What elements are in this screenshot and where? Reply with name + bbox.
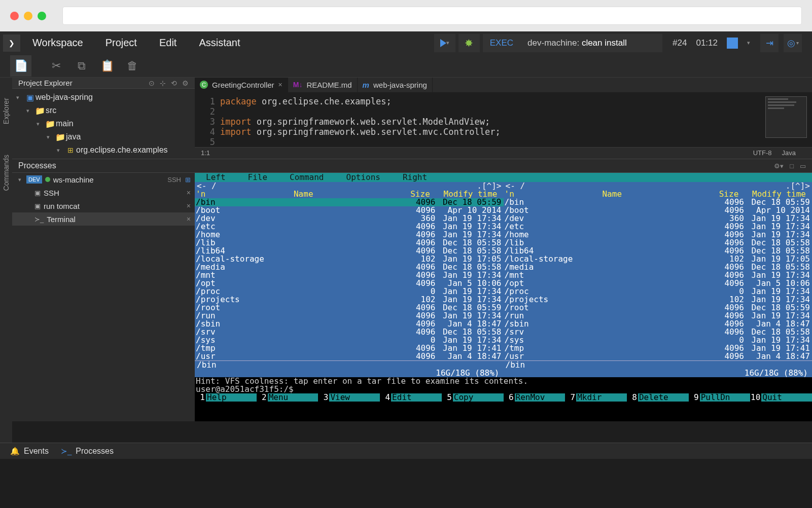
tab-greeting-controller[interactable]: C GreetingController ×: [195, 78, 288, 92]
language: Java: [782, 149, 796, 157]
processes-maximize-icon[interactable]: □: [790, 162, 794, 170]
menu-assistant[interactable]: Assistant: [190, 33, 249, 53]
new-file-button[interactable]: 📄: [10, 55, 31, 77]
delete-button[interactable]: 🗑: [122, 55, 143, 77]
run-id: #24: [673, 38, 687, 48]
markdown-icon: M↓: [293, 81, 303, 89]
new-file-icon: 📄: [14, 59, 28, 72]
processes-settings-icon[interactable]: ⚙▾: [774, 162, 784, 170]
tree-package[interactable]: ▾⊞org.eclipse.che.examples: [12, 143, 195, 157]
paste-button[interactable]: 📋: [96, 55, 118, 77]
gear-icon[interactable]: ⚙: [182, 79, 189, 87]
mc-key-help[interactable]: 1Help: [195, 393, 257, 402]
mc-key-edit[interactable]: 4Edit: [380, 393, 442, 402]
exec-command-box[interactable]: EXEC dev-machine: clean install: [483, 34, 662, 52]
mc-key-renmov[interactable]: 6RenMov: [504, 393, 566, 402]
maximize-window-button[interactable]: [38, 12, 46, 20]
run-dropdown[interactable]: ▾: [747, 40, 750, 46]
encoding: UTF-8: [753, 149, 772, 157]
tree-java[interactable]: ▾📁java: [12, 130, 195, 143]
mc-row[interactable]: /usr4096Jan 4 18:47: [195, 352, 504, 360]
processes-header: Processes ⚙▾ □ ▭: [12, 159, 812, 173]
browser-chrome: [0, 0, 812, 31]
debug-button[interactable]: ✸: [458, 34, 480, 52]
proc-machine[interactable]: ▾ DEV ws-machine SSH⊞: [12, 173, 195, 186]
code-editor[interactable]: 12345 package org.eclipse.che.examples; …: [195, 92, 812, 147]
tab-readme[interactable]: M↓ README.md: [288, 78, 358, 92]
copy-icon: ⧉: [78, 59, 86, 72]
terminal-icon: ▣: [34, 189, 41, 197]
class-icon: C: [200, 81, 208, 89]
folder-icon: 📁: [55, 132, 66, 142]
refresh-icon[interactable]: ⟲: [171, 79, 177, 87]
scissors-icon: ✂: [52, 59, 61, 72]
new-terminal-icon[interactable]: ⊞: [185, 176, 191, 184]
code-content: package org.eclipse.che.examples; import…: [220, 96, 812, 147]
mc-function-keys[interactable]: 1Help2Menu3View4Edit5Copy6RenMov7Mkdir8D…: [195, 393, 812, 402]
mc-key-pulldn[interactable]: 9PullDn: [689, 393, 751, 402]
share-button[interactable]: ⇥: [760, 34, 779, 52]
minimize-window-button[interactable]: [24, 12, 32, 20]
terminal-icon: ≻_: [34, 215, 44, 223]
traffic-lights: [10, 12, 46, 20]
tree-main[interactable]: ▾📁main: [12, 117, 195, 130]
tab-web-java-spring[interactable]: m web-java-spring: [358, 78, 433, 92]
processes-minimize-icon[interactable]: ▭: [800, 162, 806, 170]
bottom-events[interactable]: 🔔 Events: [10, 447, 49, 456]
proc-ssh[interactable]: ▣ SSH ×: [12, 186, 195, 199]
play-icon: [440, 39, 446, 47]
mc-key-delete[interactable]: 8Delete: [627, 393, 689, 402]
dev-badge: DEV: [26, 175, 42, 184]
close-tab-button[interactable]: ×: [278, 81, 283, 89]
rail-commands[interactable]: Commands: [2, 155, 10, 191]
project-tree: ▾▣web-java-spring ▾📁src ▾📁main ▾📁java ▾⊞…: [12, 89, 195, 159]
status-dot-icon: [45, 177, 50, 182]
mc-row[interactable]: /usr4096Jan 4 18:47: [504, 352, 813, 360]
copy-button[interactable]: ⧉: [71, 55, 92, 77]
trash-icon: 🗑: [127, 59, 138, 72]
close-proc-button[interactable]: ×: [187, 215, 191, 223]
tree-root[interactable]: ▾▣web-java-spring: [12, 91, 195, 104]
target-icon: ◎: [787, 38, 795, 49]
project-explorer-title: Project Explorer: [18, 79, 149, 87]
bug-icon: ✸: [465, 37, 473, 49]
settings-button[interactable]: ◎▾: [784, 34, 802, 52]
proc-terminal[interactable]: ≻_ Terminal ×: [12, 212, 195, 226]
run-button[interactable]: ▾: [434, 34, 455, 52]
mc-key-mkdir[interactable]: 7Mkdir: [565, 393, 627, 402]
close-window-button[interactable]: [10, 12, 19, 20]
events-icon: 🔔: [10, 447, 20, 456]
mc-key-quit[interactable]: 10Quit: [750, 393, 812, 402]
url-bar[interactable]: [62, 7, 802, 25]
expand-menu-button[interactable]: ❯: [3, 34, 20, 52]
bottom-processes[interactable]: ≻_ Processes: [61, 447, 114, 456]
menu-project[interactable]: Project: [96, 33, 146, 53]
proc-tomcat[interactable]: ▣ run tomcat ×: [12, 199, 195, 212]
mc-right-panel[interactable]: <- /.[^]>'nNameSizeModify time/bin4096De…: [504, 182, 813, 377]
tree-src[interactable]: ▾📁src: [12, 104, 195, 117]
editor-area: C GreetingController × M↓ README.md m we…: [195, 78, 812, 159]
close-proc-button[interactable]: ×: [187, 202, 191, 210]
clipboard-icon: 📋: [100, 59, 114, 72]
mc-key-menu[interactable]: 2Menu: [257, 393, 319, 402]
progress-indicator: [727, 38, 738, 49]
locate-icon[interactable]: ⊙: [149, 79, 155, 87]
mc-menu[interactable]: LeftFileCommandOptionsRight: [195, 173, 812, 182]
top-menu: ❯ Workspace Project Edit Assistant ▾ ✸ E…: [0, 31, 812, 54]
folder-icon: 📁: [34, 106, 46, 116]
folder-icon: 📁: [45, 119, 56, 129]
cursor-position: 1:1: [201, 149, 210, 157]
menu-edit[interactable]: Edit: [150, 33, 186, 53]
mc-key-view[interactable]: 3View: [318, 393, 380, 402]
mc-key-copy[interactable]: 5Copy: [442, 393, 504, 402]
minimap[interactable]: [765, 96, 807, 138]
exec-text: dev-machine: clean install: [520, 38, 662, 48]
close-proc-button[interactable]: ×: [187, 189, 191, 197]
cut-button[interactable]: ✂: [46, 55, 67, 77]
terminal-content[interactable]: LeftFileCommandOptionsRight <- /.[^]>'nN…: [195, 173, 812, 421]
rail-explorer[interactable]: Explorer: [2, 98, 10, 124]
menu-workspace[interactable]: Workspace: [23, 33, 92, 53]
mc-left-panel[interactable]: <- /.[^]>'nNameSizeModify time/bin4096De…: [195, 182, 504, 377]
collapse-icon[interactable]: ⊹: [160, 79, 166, 87]
toolbar: 📄 ✂ ⧉ 📋 🗑: [0, 54, 812, 78]
